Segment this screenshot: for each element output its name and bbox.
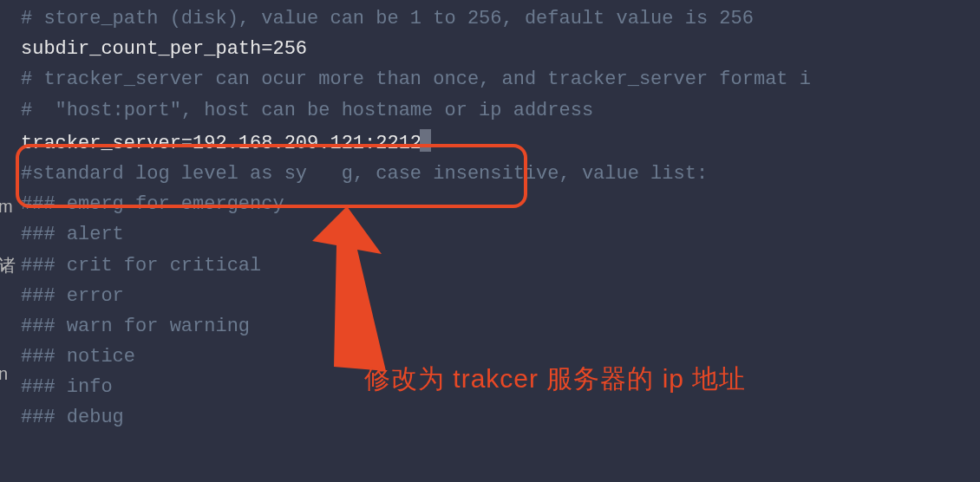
comment-line: ### debug: [21, 402, 980, 433]
cursor-icon: [420, 129, 431, 152]
comment-line: ### emerg for emergency: [21, 189, 980, 219]
comment-line: ### warn for warning: [21, 311, 980, 342]
tracker-server-value: tracker_server=192.168.209.121:2212: [21, 133, 421, 154]
comment-line: # "host:port", host can be hostname or i…: [21, 95, 980, 126]
margin-char: n: [0, 360, 8, 388]
comment-line: # tracker_server can ocur more than once…: [21, 64, 980, 94]
comment-line: ### error: [21, 281, 980, 311]
comment-line: ### crit for critical: [21, 251, 980, 281]
comment-line: # store_path (disk), value can be 1 to 2…: [21, 3, 980, 34]
tracker-server-line: tracker_server=192.168.209.121:2212: [21, 126, 980, 159]
comment-line: ### alert: [21, 219, 980, 250]
margin-char: 诸: [0, 251, 16, 279]
annotation-label: 修改为 trakcer 服务器的 ip 地址: [364, 358, 746, 400]
comment-line: #standard log level as sy g, case insens…: [21, 159, 980, 189]
config-line: subdir_count_per_path=256: [21, 34, 980, 64]
margin-char: m: [0, 192, 13, 220]
